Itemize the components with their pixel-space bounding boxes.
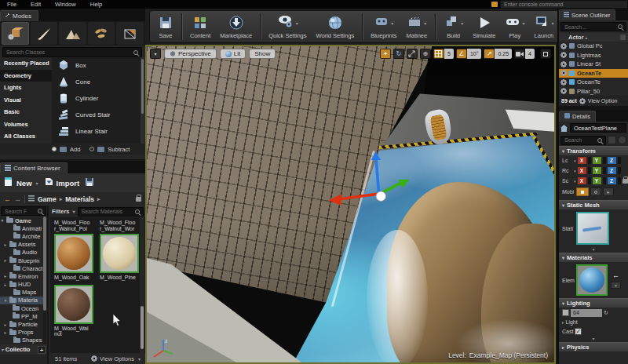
collections-row[interactable]: Collectio + [0,344,47,355]
forward-arrow-icon[interactable]: → [14,195,21,203]
tab-modes[interactable]: Modes [0,10,38,21]
mode-geometry-button[interactable] [116,22,144,45]
tree-item[interactable]: Props [0,329,44,337]
visibility-eye-icon[interactable] [560,43,567,49]
grid-snap-toggle[interactable] [433,49,444,59]
tree-item[interactable]: Blueprin [0,257,44,264]
category-lights[interactable]: Lights [0,82,52,94]
lock-icon[interactable] [136,197,141,202]
subtract-radio[interactable] [89,147,94,151]
scale-snap-toggle[interactable]: ↗ [484,49,495,59]
materials-section-header[interactable]: Materials [559,253,628,262]
category-visual[interactable]: Visual [0,94,52,107]
tree-item[interactable]: HUD [0,281,44,289]
category-volumes[interactable]: Volumes [0,118,52,131]
grid-snap-value[interactable]: 5 [444,49,454,59]
mode-place-button[interactable] [2,22,29,45]
mobility-stationary-button[interactable] [590,187,601,196]
asset-walnut[interactable]: M_Wood_Walnut [54,285,145,337]
tree-item[interactable]: Archite [0,232,44,240]
mode-paint-button[interactable] [31,22,58,45]
x-field[interactable]: X [578,167,586,174]
y-field[interactable]: Y [593,167,601,174]
tree-scrollbar[interactable] [43,217,46,344]
transform-section-header[interactable]: Transform [559,146,628,155]
tree-item[interactable]: Charact [0,264,44,272]
import-button[interactable]: Import [44,176,80,190]
category-all-classes[interactable]: All Classes [0,130,52,143]
menu-help[interactable]: Help [83,1,109,8]
scale-caret-icon[interactable] [574,179,576,184]
tree-item[interactable]: Assets [0,241,44,249]
static-mesh-section-header[interactable]: Static Mesh [559,200,628,209]
camera-speed-value[interactable]: 4 [525,49,535,59]
asset-search-input[interactable]: Search Materials [78,207,144,217]
add-collection-button[interactable]: + [38,346,46,354]
category-geometry[interactable]: Geometry [0,70,52,82]
cast-shadow-checkbox[interactable] [575,328,582,335]
material-use-selected-icon[interactable]: ← [612,271,619,279]
menu-edit[interactable]: Edit [24,1,48,8]
tree-item[interactable]: Animati [0,224,44,232]
light-subrow[interactable]: Light [559,318,628,326]
rotate-tool-button[interactable]: ↻ [393,49,404,59]
tree-search-input[interactable]: Search F [1,206,46,216]
level-viewport[interactable]: Perspective Lit Show + ↻ ⊕ 5 ∠ 10° [145,45,556,364]
y-field[interactable]: Y [593,157,601,164]
x-field[interactable]: X [578,157,586,164]
list-item-linear-stair[interactable]: Linear Stair [52,123,141,140]
move-tool-button[interactable]: + [380,49,391,59]
content-button[interactable]: Content [185,13,215,40]
menu-file[interactable]: File [0,1,24,8]
tab-details[interactable]: Details [559,111,596,122]
x-field[interactable]: X [578,177,586,184]
back-arrow-icon[interactable]: ← [4,195,11,203]
outliner-row[interactable]: Lightmas [559,51,628,60]
outliner-row-selected[interactable]: OceanTe [559,69,628,78]
scale-snap-value[interactable]: 0.25 [495,49,512,59]
list-item-cylinder[interactable]: Cylinder [52,90,141,107]
rotation-caret-icon[interactable] [574,169,576,173]
z-field[interactable]: Z [608,157,616,164]
lit-mode-button[interactable]: Lit [220,49,246,59]
outliner-row[interactable]: OceanTe [559,78,628,87]
new-button[interactable]: New [4,176,38,190]
save-button[interactable]: Save [153,13,178,40]
list-item-curved-stair[interactable]: Curved Stair [52,107,141,123]
expand-advanced-icon[interactable] [559,337,628,342]
crumb-materials[interactable]: Materials [65,195,94,203]
simulate-button[interactable]: Simulate [468,13,500,40]
menu-window[interactable]: Window [48,1,83,8]
quick-settings-button[interactable]: Quick Settings [264,13,311,40]
outliner-view-options[interactable]: View Option [588,98,618,104]
save-all-button[interactable] [85,176,94,190]
filters-button[interactable]: Filters [52,208,75,215]
path-list-icon[interactable] [28,195,35,203]
angle-snap-value[interactable]: 10° [467,49,482,59]
crumb-game[interactable]: Game [38,195,57,203]
view-options-button[interactable]: View Options [91,355,141,362]
tree-item[interactable]: Particle [0,320,44,328]
location-caret-icon[interactable] [574,158,576,163]
asset-label-cut[interactable]: M_Wood_Floor_Walnut_Pol [54,220,93,231]
reset-icon[interactable]: ↻ [604,310,608,316]
play-button[interactable]: Play [500,13,529,40]
visibility-eye-icon[interactable] [560,79,567,86]
material-thumbnail[interactable] [576,264,608,296]
expand-advanced-icon[interactable] [559,247,628,253]
tab-content-browser[interactable]: Content Browser [0,162,68,173]
physics-section-header[interactable]: Physics [559,342,628,351]
outliner-row[interactable]: Pillar_50 [559,87,628,96]
actor-name-field[interactable]: OceanTestPlane [570,123,626,133]
add-radio[interactable] [52,147,57,151]
tree-item-materials[interactable]: Materia [0,297,44,304]
outliner-search-input[interactable]: Search... [560,22,626,31]
category-recently-placed[interactable]: Recently Placed [0,57,52,70]
visibility-eye-icon[interactable] [560,70,567,76]
matinee-button[interactable]: Matinee [402,13,433,40]
outliner-row[interactable]: Global Pc [559,42,628,51]
viewport-options-button[interactable] [150,49,161,59]
mode-foliage-button[interactable] [88,22,115,45]
lighting-section-header[interactable]: Lighting [559,298,628,308]
lightmap-res-field[interactable]: 64 [571,309,602,317]
